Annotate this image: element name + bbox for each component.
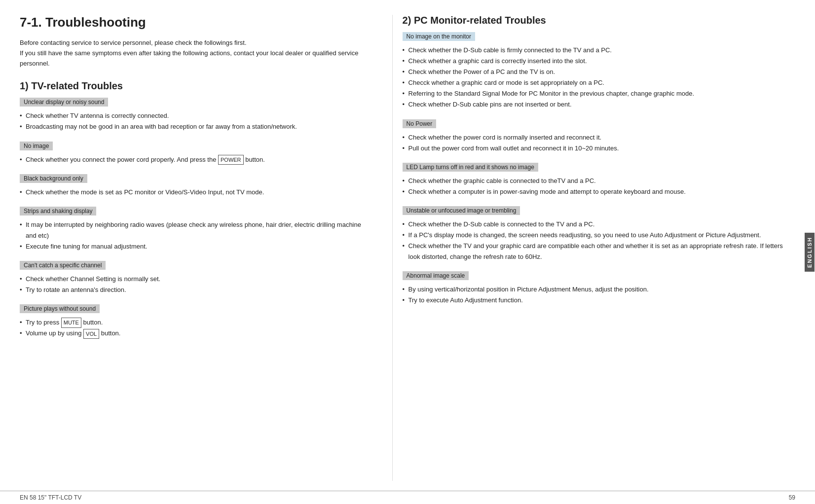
page-title: 7-1. Troubleshooting [20,15,372,30]
english-label: ENGLISH [805,233,815,272]
badge-pc-unstable: Unstable or unfocused image or trembling [403,206,520,215]
bullets-unclear: Check whether TV antenna is correctly co… [20,110,372,132]
list-item: Checck whether a graphic card or mode is… [403,77,795,88]
english-sidebar: ENGLISH [804,0,815,504]
list-item: Check whether the mode is set as PC moni… [20,187,372,198]
badge-pc-nopower: No Power [403,119,437,128]
pc-section-nopower: No Power Check whether the power cord is… [403,119,795,154]
bullets-channel: Check whether Channel Setting is normall… [20,274,372,295]
tv-section-strips: Strips and shaking display It may be int… [20,207,372,252]
bullets-pc-unstable: Check whether the D-Sub cable is connect… [403,219,795,262]
pc-section-led: LED Lamp turns off in red and it shows n… [403,163,795,197]
bullets-pc-nopower: Check whether the power cord is normally… [403,132,795,154]
list-item: Check whether the D-Sub cable is firmly … [403,45,795,56]
list-item: Check whether a graphic card is correctl… [403,56,795,67]
badge-noimage: No image [20,142,53,150]
list-item: Check whether the D-Sub cable is connect… [403,219,795,230]
list-item: Referring to the Standard Signal Mode fo… [403,88,795,99]
badge-strips: Strips and shaking display [20,207,96,216]
list-item: Check whether the graphic cable is conne… [403,176,795,186]
badge-sound: Picture plays without sound [20,304,100,313]
list-item: Execute fine tuning for manual adjustmen… [20,241,372,252]
list-item: Volume up by using VOL button. [20,328,372,339]
power-key: POWER [218,155,244,165]
list-item: Try to execute Auto Adjustment function. [403,295,795,306]
badge-channel: Can't catch a specific channel [20,261,106,270]
list-item: Check whether you connect the power cord… [20,154,372,165]
tv-section-unclear: Unclear display or noisy sound Check whe… [20,98,372,132]
badge-pc-led: LED Lamp turns off in red and it shows n… [403,163,538,172]
section2-title: 2) PC Monitor-related Troubles [403,15,795,26]
bullets-pc-led: Check whether the graphic cable is conne… [403,176,795,197]
bullets-strips: It may be interrupted by neighboring rad… [20,219,372,252]
bullets-pc-abnormal: By using vertical/horizontal position in… [403,284,795,306]
bullets-sound: Try to press MUTE button. Volume up by u… [20,317,372,339]
mute-key: MUTE [61,318,81,328]
footer: EN 58 15" TFT-LCD TV 59 [0,491,815,504]
badge-unclear: Unclear display or noisy sound [20,98,108,107]
list-item: If a PC's display mode is changed, the s… [403,230,795,241]
list-item: Try to press MUTE button. [20,317,372,328]
pc-section-unstable: Unstable or unfocused image or trembling… [403,206,795,262]
list-item: Pull out the power cord from wall outlet… [403,143,795,154]
badge-black: Black background only [20,174,87,183]
list-item: Check whether the TV and your graphic ca… [403,241,795,262]
tv-section-channel: Can't catch a specific channel Check whe… [20,261,372,295]
list-item: Check whether Channel Setting is normall… [20,274,372,285]
tv-section-black: Black background only Check whether the … [20,174,372,198]
intro-text: Before contacting service to service per… [20,38,372,69]
vol-key: VOL [83,329,99,339]
pc-section-noimage: No image on the monitor Check whether th… [403,32,795,110]
list-item: Check whether D-Sub cable pins are not i… [403,99,795,110]
footer-left: EN 58 15" TFT-LCD TV [20,494,81,501]
tv-section-noimage: No image Check whether you connect the p… [20,142,372,165]
bullets-black: Check whether the mode is set as PC moni… [20,187,372,198]
list-item: Broadcasting may not be good in an area … [20,121,372,132]
footer-right: 59 [789,494,795,501]
badge-pc-abnormal: Abnormal image scale [403,271,469,280]
pc-section-abnormal: Abnormal image scale By using vertical/h… [403,271,795,306]
badge-pc-noimage: No image on the monitor [403,32,475,41]
list-item: It may be interrupted by neighboring rad… [20,219,372,241]
tv-section-sound: Picture plays without sound Try to press… [20,304,372,339]
bullets-pc-noimage: Check whether the D-Sub cable is firmly … [403,45,795,110]
bullets-noimage: Check whether you connect the power cord… [20,154,372,165]
list-item: Check whether a computer is in power-sav… [403,186,795,197]
list-item: By using vertical/horizontal position in… [403,284,795,295]
list-item: Check whether the power cord is normally… [403,132,795,143]
section1-title: 1) TV-related Troubles [20,80,372,92]
list-item: Check whether the Power of a PC and the … [403,67,795,77]
list-item: Try to rotate an antenna's direction. [20,285,372,295]
list-item: Check whether TV antenna is correctly co… [20,110,372,121]
